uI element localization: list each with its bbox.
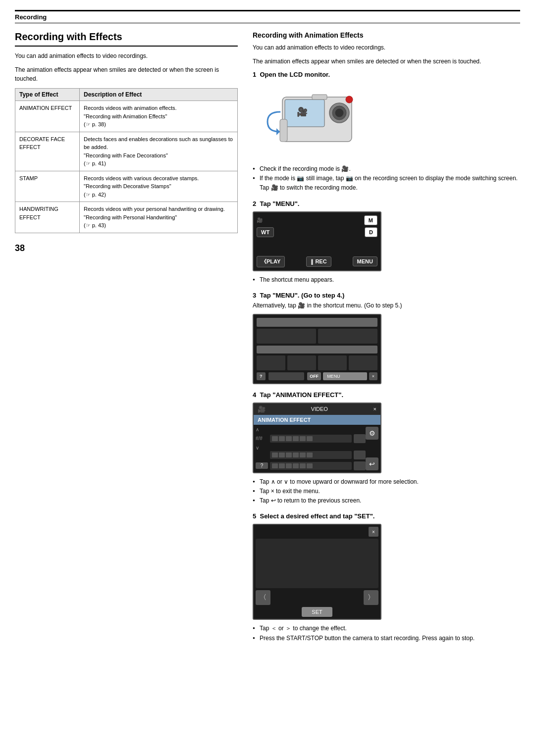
page-container: Recording Recording with Effects You can… [0, 0, 535, 660]
menu-m-btn[interactable]: M [364, 215, 377, 225]
menu-bottom-row: 《PLAY ‖ REC MENU [257, 256, 377, 267]
step-5-bullet-1: Tap ＜ or ＞ to change the effect. [253, 624, 520, 633]
step-5-text: Select a desired effect and tap "SET". [260, 512, 374, 520]
anim-row-dots-1 [270, 435, 352, 443]
anim-highlight-row: ANIMATION EFFECT [254, 415, 380, 425]
menu-mid-row: WT D [257, 227, 377, 237]
step-2-bullet-1: The shortcut menu appears. [253, 275, 520, 285]
right-column: Recording with Animation Effects You can… [253, 31, 520, 650]
camera-diagram-wrap: 🎥 [253, 82, 520, 160]
step-4-number: 4 Tap "ANIMATION EFFECT". [253, 391, 520, 399]
dot-6 [307, 436, 313, 441]
sc-dots [268, 372, 305, 380]
step-2-bullets: The shortcut menu appears. [253, 275, 520, 285]
anim-video-label: VIDEO [311, 406, 328, 412]
anim-back-btn[interactable]: ↩ [366, 457, 378, 470]
camera-diagram: 🎥 [253, 82, 372, 159]
dot-3 [286, 436, 292, 441]
step-4-text: Tap "ANIMATION EFFECT". [260, 391, 343, 399]
dot-13 [272, 463, 278, 468]
menu-menu-btn[interactable]: MENU [353, 256, 377, 266]
step-3-text: Tap "MENU". (Go to step 4.) [260, 292, 344, 299]
two-col-layout: Recording with Effects You can add anima… [15, 31, 520, 650]
svg-rect-8 [312, 95, 327, 100]
select-set-btn[interactable]: SET [302, 607, 332, 617]
menu-play-btn[interactable]: 《PLAY [257, 256, 285, 267]
sc-x-btn[interactable]: × [369, 372, 377, 380]
select-nav-row: 〈 〉 [256, 590, 378, 605]
right-intro-1: You can add animation effects to video r… [253, 43, 520, 52]
sc-off-btn[interactable]: OFF [307, 372, 321, 380]
menu-d-btn[interactable]: D [365, 227, 377, 237]
menu-top-row: 🎥 M [257, 215, 377, 225]
dot-9 [286, 453, 292, 457]
anim-list-row-2 [256, 451, 366, 459]
anim-q-label: ? [256, 462, 268, 469]
step-2-number: 2 Tap "MENU". [253, 200, 520, 207]
anim-down-row: ∨ [256, 445, 366, 451]
anim-close-btn[interactable]: × [374, 406, 376, 412]
anim-row-dots-2 [270, 451, 352, 459]
dot-8 [279, 453, 285, 457]
menu-wt-btn[interactable]: WT [257, 227, 274, 237]
select-next-btn[interactable]: 〉 [364, 590, 378, 605]
dot-7 [272, 453, 278, 457]
anim-row-thumb-3 [354, 461, 366, 470]
effect-desc-0: Records videos with animation effects."R… [80, 101, 238, 132]
anim-gear-btn[interactable]: ⚙ [366, 427, 378, 440]
sc-block-6 [349, 355, 377, 370]
menu-screen: 🎥 M WT D 《PLAY ‖ REC MENU [253, 211, 381, 271]
sc-row-1 [257, 329, 377, 344]
step-3-number: 3 Tap "MENU". (Go to step 4.) [253, 292, 520, 299]
svg-point-5 [335, 109, 343, 117]
anim-down-label: ∨ [256, 445, 268, 451]
dot-2 [279, 436, 285, 441]
anim-effect-label: ANIMATION EFFECT [258, 417, 311, 423]
anim-top-bar: 🎥 VIDEO × [254, 403, 380, 415]
menu-rec-btn[interactable]: ‖ REC [306, 256, 331, 267]
svg-marker-6 [276, 128, 280, 135]
anim-row-thumb-1 [354, 434, 366, 443]
page-number: 38 [15, 243, 238, 253]
effects-table: Type of Effect Description of Effect ANI… [15, 88, 238, 233]
select-top: × [256, 527, 378, 537]
dot-12 [307, 453, 313, 457]
sc-question-btn[interactable]: ? [257, 372, 266, 380]
anim-effect-screen: 🎥 VIDEO × ANIMATION EFFECT ∧ [253, 403, 381, 473]
right-intro-2: The animation effects appear when smiles… [253, 57, 520, 66]
step-4-bullet-3: Tap ↩ to return to the previous screen. [253, 496, 520, 505]
select-close-btn[interactable]: × [369, 527, 378, 537]
step-4-bullets: Tap ∧ or ∨ to move upward or downward fo… [253, 477, 520, 506]
step-5-bullet-2: Press the START/STOP button the camera t… [253, 634, 520, 643]
anim-side-btns: ⚙ ↩ [366, 427, 378, 470]
shortcut-screen: ? OFF MENU × [253, 314, 381, 384]
step-3-text2: Alternatively, tap 🎥 in the shortcut men… [253, 301, 520, 310]
sc-menu-btn[interactable]: MENU [323, 372, 367, 380]
step-1-text: Open the LCD monitor. [260, 71, 330, 78]
sc-row-2 [257, 355, 377, 370]
svg-point-9 [346, 96, 353, 103]
step-1-bullet-1: Check if the recording mode is 🎥. [253, 164, 520, 174]
dot-15 [286, 463, 292, 468]
effect-desc-2: Records videos with various decorative s… [80, 171, 238, 202]
step-3: 3 Tap "MENU". (Go to step 4.) Alternativ… [253, 292, 520, 384]
col-header-desc: Description of Effect [80, 89, 238, 101]
effect-name-1: DECORATE FACE EFFECT [15, 132, 80, 171]
anim-row-thumb-2 [354, 451, 366, 459]
dot-18 [307, 463, 313, 468]
select-effect-screen: × 〈 〉 SET [253, 524, 381, 620]
step-1-number: 1 Open the LCD monitor. [253, 71, 520, 78]
select-prev-btn[interactable]: 〈 [256, 590, 270, 605]
effect-name-3: HANDWRITING EFFECT [15, 202, 80, 233]
step-5: 5 Select a desired effect and tap "SET".… [253, 512, 520, 643]
effect-desc-3: Records videos with your personal handwr… [80, 202, 238, 233]
step-1-bullets: Check if the recording mode is 🎥. If the… [253, 164, 520, 193]
anim-video-icon: 🎥 [258, 405, 266, 413]
dot-16 [293, 463, 299, 468]
header-label: Recording [15, 13, 47, 21]
sc-block-3 [257, 355, 285, 370]
step-5-bullets: Tap ＜ or ＞ to change the effect. Press t… [253, 624, 520, 643]
step-4-bullet-1: Tap ∧ or ∨ to move upward or downward fo… [253, 477, 520, 487]
select-preview-area [256, 539, 378, 588]
sc-block-5 [318, 355, 347, 370]
